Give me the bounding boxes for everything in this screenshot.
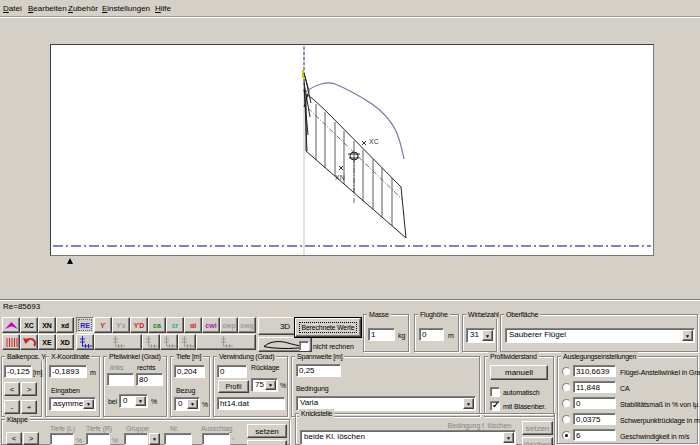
klappe-tiefe-l-label: Tiefe (L) xyxy=(50,424,75,433)
xd2-button[interactable]: XD xyxy=(56,334,74,350)
auslegung-radio-schwerpunkt[interactable] xyxy=(562,415,571,424)
plot-gamma-button[interactable]: ϒ xyxy=(94,317,112,333)
dropdown-arrow-icon[interactable]: ▼ xyxy=(503,432,514,443)
reynolds-label: Re=85693 xyxy=(3,302,40,311)
menu-datei[interactable]: Datei xyxy=(3,4,22,13)
pfeilwinkel-unit: % xyxy=(151,397,157,406)
automatisch-checkbox[interactable] xyxy=(490,387,500,397)
menu-einstellungen[interactable]: Einstellungen xyxy=(102,4,150,13)
masse-input[interactable]: 1 xyxy=(368,328,395,341)
blasenber-label: mit Blasenber. xyxy=(503,402,546,411)
undo-button[interactable] xyxy=(20,334,38,350)
xc-label: XC xyxy=(369,138,379,145)
klappe-ausschlag-input[interactable] xyxy=(202,433,230,445)
ruecklage-select[interactable]: 75 ▼ xyxy=(251,378,278,392)
nicht-rechnen-checkbox[interactable] xyxy=(299,341,309,351)
bei-select[interactable]: 0 ▼ xyxy=(119,394,148,408)
eingaben-select[interactable]: asymmet. ▼ xyxy=(49,397,96,411)
flughoehe-input[interactable]: 0 xyxy=(419,328,444,341)
dropdown-arrow-icon[interactable]: ▼ xyxy=(265,380,276,390)
knickstelle-setzen-button[interactable]: setzen xyxy=(522,421,553,435)
plot-axes-button-4[interactable] xyxy=(160,334,178,350)
klappe-tiefe-r-input[interactable] xyxy=(86,433,110,445)
oberflaeche-select[interactable]: Sauberer Flügel ▼ xyxy=(505,328,695,343)
dropdown-arrow-icon[interactable]: ▼ xyxy=(482,330,493,341)
plot-cwg-button[interactable]: cwg xyxy=(238,317,256,333)
xe-button[interactable]: XE xyxy=(38,334,56,350)
manuell-button[interactable]: manuell xyxy=(490,365,548,380)
dropdown-arrow-icon[interactable]: ▼ xyxy=(135,396,146,406)
klappe-loeschen-button[interactable]: löschen xyxy=(247,440,287,445)
menu-hilfe[interactable]: Hilfe xyxy=(155,4,171,13)
klappe-nr-label: Nr. xyxy=(170,424,179,433)
xc-button[interactable]: XC xyxy=(20,317,38,333)
plot-gammad-button[interactable]: ϒD xyxy=(130,317,148,333)
verwindung-input[interactable]: 0 xyxy=(217,365,247,378)
plot-axes-button-1[interactable] xyxy=(76,334,94,350)
plot-cr-button[interactable]: cr xyxy=(166,317,184,333)
berechnete-werte-button[interactable]: Berechnete Werte xyxy=(295,318,361,337)
spannweite-input[interactable]: 0,25 xyxy=(296,364,341,377)
pfeilwinkel-links-input[interactable] xyxy=(107,373,134,386)
blasenber-checkbox[interactable] xyxy=(490,401,500,411)
stabilitaet-input[interactable]: 0 xyxy=(573,397,616,409)
auslegung-radio-anstellwinkel[interactable] xyxy=(562,367,571,376)
oberflaeche-value: Sauberer Flügel xyxy=(509,330,682,342)
geschwindigkeit-input[interactable]: 6 xyxy=(573,429,616,441)
balkenpos-minus-button[interactable]: - xyxy=(4,400,20,414)
plot-re-button[interactable]: RE xyxy=(76,317,94,333)
ca-input[interactable]: 11,848 xyxy=(573,381,616,393)
knickstelle-loeschen-button[interactable]: löschen xyxy=(522,437,553,445)
xkoordinate-input[interactable]: -0,1893 xyxy=(49,365,87,378)
dropdown-arrow-icon[interactable]: ▼ xyxy=(682,330,693,341)
plot-ca-button[interactable]: ca xyxy=(148,317,166,333)
auslegung-radio-geschwindigkeit[interactable] xyxy=(562,431,571,440)
balkenpos-next-button[interactable]: > xyxy=(21,382,37,396)
plot-gammav-button[interactable]: ϒv xyxy=(112,317,130,333)
klappe-prev-button[interactable]: < xyxy=(6,432,22,445)
klappe-gruppe-input[interactable] xyxy=(124,433,148,445)
flying-wing-button[interactable] xyxy=(2,317,20,333)
klappe-tiefe-l-input[interactable] xyxy=(50,433,74,445)
profil-file-input[interactable]: ht14.dat xyxy=(217,397,285,410)
axes-icon xyxy=(79,336,92,348)
plot-axes-button-6[interactable] xyxy=(196,334,256,350)
profil-button[interactable]: Profil xyxy=(218,380,249,393)
xn-label: XN xyxy=(335,174,345,181)
schwerpunkt-input[interactable]: 0,0375 xyxy=(573,413,616,425)
auslegung-radio-stabilitaet[interactable] xyxy=(562,399,571,408)
xn-button[interactable]: XN xyxy=(38,317,56,333)
dropdown-arrow-icon[interactable]: ▼ xyxy=(187,399,198,409)
plot-alphai-button[interactable]: αi xyxy=(184,317,202,333)
gruppe-dropdown-button[interactable]: ▼ xyxy=(149,433,160,445)
klappe-next-button[interactable]: > xyxy=(23,432,39,445)
dropdown-arrow-icon[interactable]: ▼ xyxy=(83,399,94,409)
menu-zubehoer[interactable]: Zubehör xyxy=(68,4,98,13)
wing-view-canvas[interactable]: XC XN xyxy=(50,44,654,256)
bezug-select[interactable]: 0 ▼ xyxy=(174,397,200,411)
knickstelle-select[interactable]: beide Kl. löschen ▼ xyxy=(300,430,516,445)
plot-axes-button-5[interactable] xyxy=(178,334,196,350)
plot-cwi-button[interactable]: cwi xyxy=(202,317,220,333)
klappe-setzen-button[interactable]: setzen xyxy=(247,424,287,438)
anstellwinkel-input[interactable]: 310,6639 xyxy=(573,365,616,377)
plot-axes-button-2[interactable] xyxy=(94,334,142,350)
balkenpos-plus-button[interactable]: + xyxy=(21,400,37,414)
plot-axes-button-3[interactable] xyxy=(142,334,160,350)
menu-bearbeiten[interactable]: Bearbeiten xyxy=(28,4,67,13)
rib-stripes-button[interactable] xyxy=(2,334,20,350)
tiefe-input[interactable]: 0,204 xyxy=(174,365,205,378)
wirbelzahl-select[interactable]: 31 ▼ xyxy=(466,328,495,343)
balkenpos-input[interactable]: -0,125 xyxy=(4,365,32,378)
pfeilwinkel-rechts-input[interactable]: 80 xyxy=(136,373,163,386)
plot-cwp-button[interactable]: cwp xyxy=(220,317,238,333)
klappe-tiefe-r-unit: % xyxy=(112,436,118,445)
bedingung-label: Bedingung xyxy=(296,384,329,393)
klappe-gruppe-label: Gruppe xyxy=(126,424,149,433)
xd-button[interactable]: xd xyxy=(56,317,74,333)
auslegung-radio-ca[interactable] xyxy=(562,383,571,392)
klappe-nr-input[interactable] xyxy=(164,433,192,445)
dropdown-arrow-icon[interactable]: ▼ xyxy=(463,398,474,409)
geschwindigkeit-label: Geschwindigkeit in m/s xyxy=(620,432,689,441)
balkenpos-prev-button[interactable]: < xyxy=(4,382,20,396)
